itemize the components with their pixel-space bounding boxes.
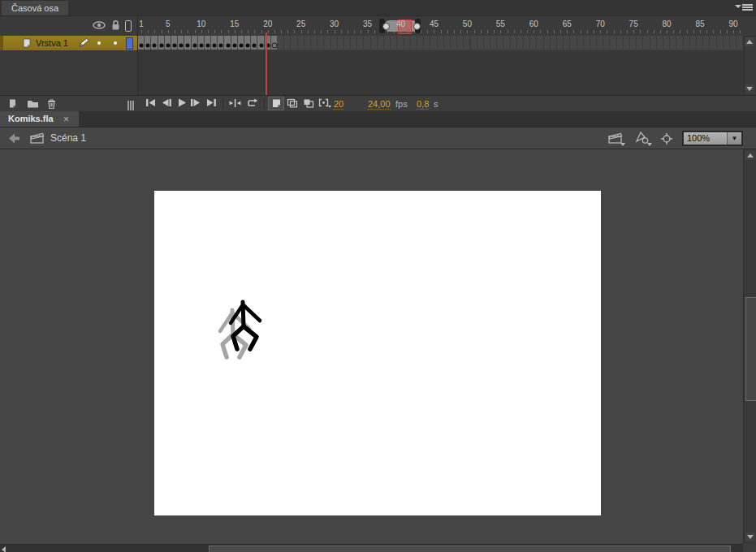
frame-cell-57[interactable] — [511, 36, 517, 50]
frame-cell-56[interactable] — [503, 36, 510, 50]
frame-cell-29[interactable] — [324, 36, 330, 50]
frame-cell-73[interactable] — [617, 36, 624, 50]
frame-cell-84[interactable] — [690, 36, 697, 50]
frame-cell-63[interactable] — [551, 36, 557, 50]
frame-cell-52[interactable] — [477, 36, 484, 50]
frame-cell-47[interactable] — [444, 36, 451, 50]
frame-cell-32[interactable] — [344, 36, 351, 50]
outline-column-icon[interactable] — [125, 20, 132, 32]
frame-cell-67[interactable] — [577, 36, 584, 50]
frame-cell-80[interactable] — [663, 36, 670, 50]
keyframe-dot-8[interactable] — [186, 44, 190, 48]
document-tab-komiks[interactable]: Komiks.fla × — [0, 111, 79, 127]
frame-cell-49[interactable] — [457, 36, 464, 50]
frame-cell-75[interactable] — [630, 36, 637, 50]
frame-cell-26[interactable] — [305, 36, 311, 50]
keyframe-dot-17[interactable] — [246, 44, 250, 48]
frame-cell-83[interactable] — [684, 36, 690, 50]
frame-cell-48[interactable] — [451, 36, 457, 50]
frame-cell-23[interactable] — [284, 36, 291, 50]
frame-cell-30[interactable] — [331, 36, 338, 50]
frame-cell-71[interactable] — [603, 36, 610, 50]
keyframe-dot-9[interactable] — [192, 44, 197, 48]
panel-menu-icon[interactable] — [735, 2, 753, 13]
frame-cell-74[interactable] — [624, 36, 630, 50]
frame-cell-66[interactable] — [570, 36, 577, 50]
onion-skin-outlines-button[interactable] — [285, 97, 300, 110]
frame-cell-34[interactable] — [357, 36, 364, 50]
frame-cell-45[interactable] — [430, 36, 437, 50]
keyframe-dot-10[interactable] — [199, 44, 203, 48]
zoom-combo-box[interactable]: 100% ▼ — [682, 131, 743, 146]
new-layer-button[interactable] — [6, 97, 21, 110]
visibility-column-eye-icon[interactable] — [93, 19, 106, 34]
stage-hscrollbar-thumb[interactable] — [209, 546, 731, 552]
keyframe-dot-1[interactable] — [140, 44, 144, 48]
stage-horizontal-scrollbar[interactable] — [0, 544, 743, 552]
frame-cell-72[interactable] — [610, 36, 616, 50]
new-folder-button[interactable] — [25, 97, 40, 110]
empty-keyframe-dot-21[interactable] — [271, 43, 277, 49]
frame-cell-61[interactable] — [537, 36, 543, 50]
frame-cell-37[interactable] — [378, 36, 384, 50]
stage-scroll-up-button[interactable] — [745, 151, 755, 160]
onion-skin-start-handle[interactable] — [382, 23, 390, 30]
keyframe-dot-18[interactable] — [253, 44, 257, 48]
keyframe-dot-14[interactable] — [226, 44, 230, 48]
step-forward-one-frame-button[interactable] — [188, 97, 203, 110]
frame-cell-82[interactable] — [676, 36, 683, 50]
frame-cell-40[interactable] — [397, 36, 404, 50]
frame-cell-85[interactable] — [697, 36, 703, 50]
frame-cell-28[interactable] — [318, 36, 324, 50]
edit-symbols-button[interactable] — [634, 131, 650, 148]
layer-outline-color-swatch[interactable] — [126, 37, 133, 50]
frame-cell-70[interactable] — [597, 36, 603, 50]
frame-cell-35[interactable] — [364, 36, 370, 50]
frame-cell-90[interactable] — [730, 36, 737, 50]
frame-cell-24[interactable] — [291, 36, 297, 50]
frame-cell-46[interactable] — [438, 36, 444, 50]
stage-vscrollbar-thumb[interactable] — [745, 297, 756, 401]
frame-cell-60[interactable] — [530, 36, 537, 50]
frame-cell-39[interactable] — [391, 36, 397, 50]
keyframe-dot-7[interactable] — [179, 44, 184, 48]
frame-cell-65[interactable] — [564, 36, 570, 50]
frame-cell-50[interactable] — [464, 36, 470, 50]
frame-cell-38[interactable] — [384, 36, 391, 50]
onion-skin-end-handle[interactable] — [413, 23, 421, 30]
stage-pasteboard[interactable] — [0, 149, 743, 544]
keyframe-dot-16[interactable] — [239, 44, 243, 48]
layer-frames-strip[interactable] — [138, 36, 743, 50]
keyframe-dot-19[interactable] — [259, 44, 263, 48]
edit-scene-button[interactable] — [607, 131, 624, 148]
keyframe-dot-11[interactable] — [205, 44, 210, 48]
timeline-scroll-up-button[interactable] — [745, 37, 754, 46]
timeline-scroll-down-button[interactable] — [745, 84, 754, 93]
frame-cell-53[interactable] — [484, 36, 490, 50]
go-to-last-frame-button[interactable] — [204, 97, 218, 110]
zoom-dropdown-button[interactable]: ▼ — [727, 132, 741, 144]
frame-cell-81[interactable] — [670, 36, 676, 50]
layer-visible-dot[interactable] — [97, 41, 101, 45]
frame-cell-55[interactable] — [497, 36, 503, 50]
frame-cell-69[interactable] — [590, 36, 597, 50]
layer-name-label[interactable]: Vrstva 1 — [36, 38, 68, 48]
lock-column-icon[interactable] — [110, 19, 121, 34]
keyframe-dot-2[interactable] — [146, 44, 150, 48]
edit-multiple-frames-button[interactable] — [301, 97, 316, 110]
frame-cell-68[interactable] — [584, 36, 590, 50]
timeline-vertical-scrollbar[interactable] — [744, 36, 756, 97]
frame-cell-64[interactable] — [557, 36, 564, 50]
layer-unlocked-dot[interactable] — [114, 41, 117, 45]
tab-timeline-panel[interactable]: Časová osa — [2, 1, 68, 15]
frame-cell-54[interactable] — [490, 36, 497, 50]
center-frame-button[interactable] — [227, 97, 242, 110]
keyframe-dot-13[interactable] — [219, 44, 223, 48]
frame-cell-89[interactable] — [724, 36, 730, 50]
frame-cell-79[interactable] — [657, 36, 663, 50]
frame-cell-22[interactable] — [278, 36, 284, 50]
frame-rate-value[interactable]: 24,00 — [368, 99, 391, 110]
frame-ruler[interactable]: 151015202530354045505560657075808590 — [138, 16, 743, 36]
keyframe-dot-15[interactable] — [232, 44, 236, 48]
back-arrow-icon[interactable] — [8, 132, 21, 147]
